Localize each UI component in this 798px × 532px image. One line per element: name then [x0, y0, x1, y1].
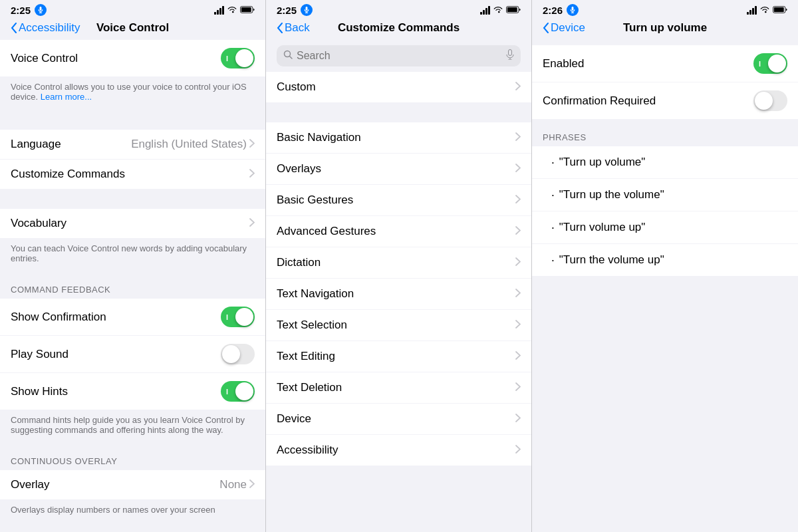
back-button-3[interactable]: Device: [543, 21, 585, 35]
voice-control-desc: Voice Control allows you to use your voi…: [0, 76, 265, 110]
panel3-scroll: Enabled I Confirmation Required PHRASES …: [532, 40, 798, 532]
confirmation-row: Confirmation Required: [532, 82, 798, 119]
overlay-row[interactable]: Overlay None: [0, 470, 265, 499]
hints-desc: Command hints help guide you as you lear…: [0, 410, 265, 443]
mic-badge-2: [301, 4, 313, 16]
voice-control-section: Voice Control I: [0, 40, 265, 76]
list-item-overlays[interactable]: Overlays: [266, 154, 531, 185]
phrases-section: • "Turn up volume" • "Turn up the volume…: [532, 146, 798, 276]
item-chevron-7: [515, 350, 521, 362]
list-item-text-editing[interactable]: Text Editing: [266, 341, 531, 372]
customize-label: Customize Commands: [11, 168, 125, 181]
wifi-icon-3: [760, 4, 769, 16]
voice-control-toggle[interactable]: I: [221, 48, 255, 68]
overlay-value-group: None: [219, 478, 255, 491]
bullet-1: •: [552, 192, 554, 198]
item-chevron-3: [515, 225, 521, 237]
panel-customize-commands: 2:25 Back Customize Commands: [266, 0, 532, 532]
language-row[interactable]: Language English (United States): [0, 130, 265, 160]
overlay-desc: Overlays display numbers or names over y…: [0, 499, 265, 523]
svg-rect-4: [241, 7, 251, 12]
status-bar-2: 2:25: [266, 0, 531, 19]
command-feedback-header: COMMAND FEEDBACK: [0, 271, 265, 299]
item-label-0: Basic Navigation: [277, 131, 361, 144]
show-hints-row: Show Hints I: [0, 373, 265, 410]
search-bar[interactable]: [277, 45, 521, 66]
item-chevron-8: [515, 382, 521, 394]
back-label-2: Back: [285, 21, 310, 35]
search-icon: [283, 50, 293, 62]
phrases-header: PHRASES: [532, 119, 798, 146]
language-value: English (United States): [131, 138, 247, 151]
item-chevron-1: [515, 163, 521, 175]
custom-chevron: [515, 81, 521, 93]
phrase-item-3: • "Turn the volume up": [532, 244, 798, 276]
show-hints-label: Show Hints: [11, 385, 68, 398]
battery-icon-1: [240, 4, 255, 16]
vocabulary-chevron: [249, 217, 255, 229]
list-item-advanced-gestures[interactable]: Advanced Gestures: [266, 216, 531, 247]
vocabulary-row[interactable]: Vocabulary: [0, 209, 265, 238]
panel-voice-control: 2:25 Accessibility Voice Control: [0, 0, 266, 532]
list-item-dictation[interactable]: Dictation: [266, 247, 531, 279]
list-item-device[interactable]: Device: [266, 404, 531, 435]
customize-row[interactable]: Customize Commands: [0, 160, 265, 189]
item-label-1: Overlays: [277, 162, 321, 176]
list-item-text-navigation[interactable]: Text Navigation: [266, 279, 531, 310]
item-label-6: Text Selection: [277, 319, 347, 332]
vocabulary-desc: You can teach Voice Control new words by…: [0, 238, 265, 271]
bullet-3: •: [552, 257, 554, 263]
overlay-section: Overlay None: [0, 470, 265, 499]
svg-rect-19: [774, 7, 784, 12]
confirmation-toggle[interactable]: [753, 90, 787, 111]
nav-title-3: Turn up volume: [623, 21, 707, 35]
list-item-basic-gestures[interactable]: Basic Gestures: [266, 185, 531, 216]
signal-icon-3: [747, 6, 757, 15]
svg-rect-5: [306, 7, 308, 11]
item-label-2: Basic Gestures: [277, 194, 353, 207]
signal-icon-2: [480, 6, 490, 15]
phrase-item-1: • "Turn up the volume": [532, 179, 798, 211]
back-label-3: Device: [551, 21, 585, 35]
show-hints-toggle[interactable]: I: [221, 381, 255, 402]
phrase-item-0: • "Turn up volume": [532, 146, 798, 179]
wifi-icon-1: [227, 4, 237, 16]
play-sound-toggle[interactable]: [221, 344, 255, 364]
panel-turn-up-volume: 2:26 Device Turn up volume: [532, 0, 798, 532]
enabled-label: Enabled: [543, 57, 584, 70]
item-label-8: Text Deletion: [277, 381, 342, 394]
back-button-2[interactable]: Back: [277, 21, 310, 35]
item-chevron-4: [515, 257, 521, 269]
separator-1: [0, 110, 265, 130]
search-input[interactable]: [297, 50, 502, 62]
back-button-1[interactable]: Accessibility: [11, 21, 80, 35]
vocabulary-section: Vocabulary: [0, 209, 265, 238]
item-chevron-9: [515, 413, 521, 425]
voice-control-row: Voice Control I: [0, 40, 265, 76]
nav-bar-3: Device Turn up volume: [532, 19, 798, 40]
phrase-item-2: • "Turn volume up": [532, 211, 798, 244]
status-bar-3: 2:26: [532, 0, 798, 19]
custom-item[interactable]: Custom: [266, 72, 531, 102]
custom-section: Custom: [266, 72, 531, 102]
learn-more-link[interactable]: Learn more...: [41, 92, 92, 102]
svg-rect-12: [509, 50, 512, 56]
phrase-text-1: "Turn up the volume": [559, 188, 664, 201]
list-divider: [266, 102, 531, 122]
phrase-text-3: "Turn the volume up": [559, 253, 664, 267]
status-icons-3: [747, 4, 787, 16]
list-item-text-deletion[interactable]: Text Deletion: [266, 372, 531, 404]
enabled-row: Enabled I: [532, 45, 798, 82]
list-item-basic-navigation[interactable]: Basic Navigation: [266, 122, 531, 154]
vocabulary-label: Vocabulary: [11, 217, 66, 230]
enabled-toggle[interactable]: I: [753, 53, 787, 74]
status-bar-1: 2:25: [0, 0, 265, 19]
item-label-5: Text Navigation: [277, 287, 354, 301]
status-icons-2: [480, 4, 521, 16]
language-value-group: English (United States): [131, 138, 255, 151]
show-confirmation-toggle[interactable]: I: [221, 307, 255, 327]
list-item-accessibility[interactable]: Accessibility: [266, 435, 531, 466]
item-label-10: Accessibility: [277, 444, 338, 457]
list-item-text-selection[interactable]: Text Selection: [266, 310, 531, 341]
status-icons-1: [214, 4, 255, 16]
